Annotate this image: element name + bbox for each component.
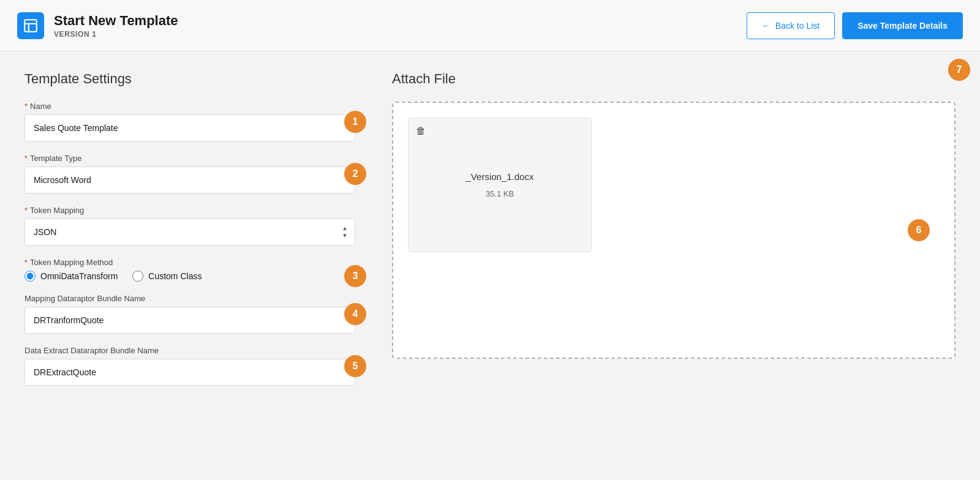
step-badge-3: 3 [344,265,366,287]
svg-rect-0 [24,20,37,32]
step-badge-5: 5 [344,355,366,377]
data-extract-label: Data Extract Dataraptor Bundle Name [24,346,355,355]
template-type-label: * Template Type [24,154,355,163]
radio-option-omni[interactable]: OmniDataTransform [24,271,118,282]
template-type-input[interactable] [24,167,355,193]
back-to-list-button[interactable]: ← Back to List [747,12,835,39]
radio-option-custom[interactable]: Custom Class [132,271,202,282]
radio-custom-label: Custom Class [148,271,202,281]
header: Start New Template VERSION 1 ← Back to L… [0,0,980,51]
header-left: Start New Template VERSION 1 [17,12,178,39]
data-extract-field-group: Data Extract Dataraptor Bundle Name 5 [24,346,355,386]
radio-omni-label: OmniDataTransform [40,271,118,281]
header-actions: ← Back to List Save Template Details [747,12,963,39]
mapping-bundle-input[interactable] [24,307,355,334]
step-badge-7: 7 [948,59,970,81]
back-arrow-icon: ← [762,21,771,31]
token-mapping-method-label: * Token Mapping Method [24,258,355,267]
template-settings-title: Template Settings [24,71,355,87]
token-mapping-field-group: * Token Mapping JSON XML ▲ ▼ [24,206,355,246]
radio-custom-input[interactable] [132,271,143,282]
file-name: _Version_1.docx [466,171,534,182]
template-type-required-star: * [24,154,28,163]
version-label: VERSION 1 [54,30,178,39]
right-panel: Attach File 🗑 _Version_1.docx 35.1 KB 6 [392,71,956,460]
token-mapping-label: * Token Mapping [24,206,355,215]
token-mapping-method-field-group: * Token Mapping Method OmniDataTransform… [24,258,355,282]
token-mapping-select-wrapper: JSON XML ▲ ▼ [24,219,355,246]
app-icon [17,12,44,39]
name-field-group: * Name 1 [24,102,355,141]
step-badge-2: 2 [344,163,366,185]
template-type-field-group: * Template Type 2 [24,154,355,193]
header-title-block: Start New Template VERSION 1 [54,13,178,39]
token-mapping-method-required-star: * [24,258,28,267]
trash-icon[interactable]: 🗑 [416,126,426,137]
name-input[interactable] [24,114,355,141]
save-template-button[interactable]: Save Template Details [842,12,963,39]
page-title: Start New Template [54,13,178,29]
step-badge-4: 4 [344,303,366,325]
name-label: * Name [24,102,355,111]
attach-file-title: Attach File [392,71,956,87]
token-mapping-required-star: * [24,206,28,215]
name-required-star: * [24,102,28,111]
mapping-bundle-label: Mapping Dataraptor Bundle Name [24,294,355,303]
step-badge-1: 1 [344,111,366,133]
file-card: 🗑 _Version_1.docx 35.1 KB [408,118,592,252]
token-mapping-select[interactable]: JSON XML [24,219,355,246]
mapping-bundle-field-group: Mapping Dataraptor Bundle Name 4 [24,294,355,334]
attach-dropzone[interactable]: 🗑 _Version_1.docx 35.1 KB 6 [392,102,956,359]
main-content: Template Settings * Name 1 * Template Ty… [0,51,980,480]
radio-group: OmniDataTransform Custom Class 3 [24,271,355,282]
data-extract-input[interactable] [24,359,355,386]
step-badge-6: 6 [908,219,930,241]
file-size: 35.1 KB [486,189,514,198]
radio-omni-input[interactable] [24,271,36,282]
left-panel: Template Settings * Name 1 * Template Ty… [24,71,355,460]
